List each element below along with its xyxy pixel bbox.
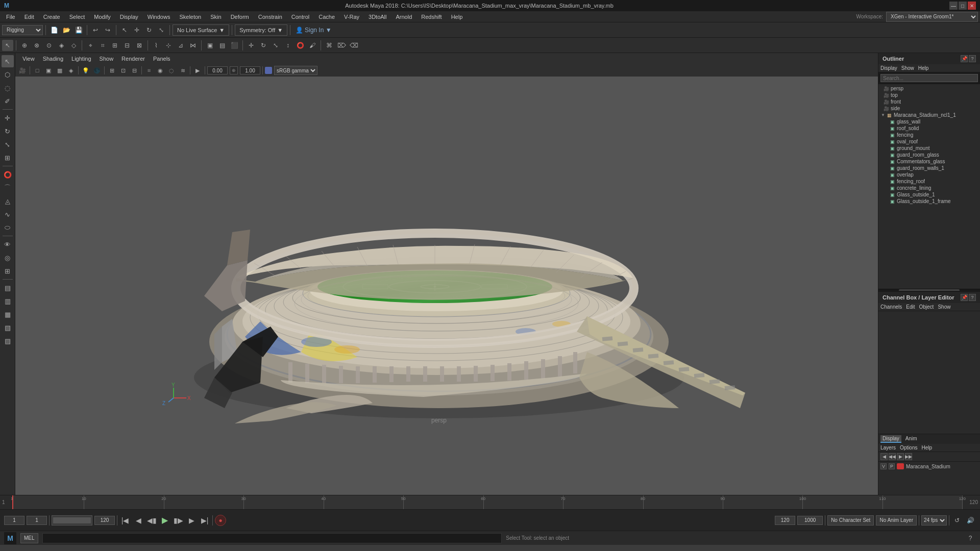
show-hide-btn[interactable]: 👁 [2,238,14,251]
vp-dof-btn[interactable]: ◌ [166,66,177,75]
vp-xray-btn[interactable]: ◈ [66,66,76,75]
sign-in-btn[interactable]: 👤 Sign In ▼ [293,24,334,36]
dl-menu-help[interactable]: Help [921,445,932,450]
layer-playback-btn[interactable]: P [889,463,895,469]
outliner-item-maracana-group[interactable]: ▼ ▦ Maracana_Stadium_ncl1_1 [878,112,980,118]
go-end-btn[interactable]: ▶| [199,515,210,526]
vp-menu-shading[interactable]: Shading [40,55,66,63]
outliner-item-side[interactable]: 🎥 side [878,105,980,112]
save-btn[interactable]: 💾 [73,24,84,36]
play-back-btn[interactable]: ◀▮ [146,515,157,526]
channel-box-pin-btn[interactable]: 📌 [961,294,968,301]
tb2-btn4[interactable]: ◈ [56,40,67,51]
tb2-btn3[interactable]: ⊙ [43,40,55,51]
outliner-item-glass-outside-1[interactable]: ▣ Glass_outside_1 [878,191,980,198]
sculpt-btn[interactable]: ✐ [2,95,14,107]
vp-ao-btn[interactable]: ◉ [155,66,165,75]
vp-light-btn[interactable]: 💡 [81,66,91,75]
select-tool-btn[interactable]: ↖ [2,40,13,51]
dl-prev-btn[interactable]: ◀ [880,453,888,460]
tb2-snap3[interactable]: ⊿ [175,40,186,51]
outliner-item-glass-outside-frame[interactable]: ▣ Glass_outside_1_frame [878,198,980,205]
total-frame-input[interactable] [797,516,823,525]
menu-skeleton[interactable]: Skeleton [175,13,205,21]
no-character-set-btn[interactable]: No Character Set [827,515,874,525]
tb2-render3[interactable]: ⬛ [229,40,240,51]
outliner-search-input[interactable] [880,74,978,82]
outliner-item-guard-room-glass[interactable]: ▣ guard_room_glass [878,152,980,158]
vp-menu-view[interactable]: View [19,55,38,63]
mel-btn[interactable]: MEL [20,533,38,543]
tb2-btn8[interactable]: ⊞ [109,40,120,51]
menu-create[interactable]: Create [39,13,64,21]
redo-btn[interactable]: ↪ [102,24,113,36]
play-fwd-btn[interactable]: ▮▶ [173,515,184,526]
vp-menu-panels[interactable]: Panels [150,55,174,63]
layer2-btn[interactable]: ▥ [2,295,14,307]
menu-file[interactable]: File [2,13,19,21]
new-scene-btn[interactable]: 📄 [48,24,60,36]
outliner-item-fencing-roof[interactable]: ▣ fencing_roof [878,178,980,185]
workspace-select[interactable]: XGen - Interactive Groom1* [886,12,978,22]
close-button[interactable]: ✕ [968,2,976,10]
tb2-rot[interactable]: ↻ [258,40,269,51]
cb-menu-show[interactable]: Show [938,304,950,310]
anim-range-bar[interactable] [52,515,92,525]
viewport[interactable]: View Shading Lighting Show Renderer Pane… [15,53,878,495]
lasso-btn[interactable]: ◌ [2,82,14,94]
range-end-input[interactable] [94,516,115,525]
tb2-deform2[interactable]: ⌦ [336,40,347,51]
tb2-btn6[interactable]: ⌖ [85,40,96,51]
tb2-deform3[interactable]: ⌫ [348,40,359,51]
vp-menu-show[interactable]: Show [96,55,117,63]
step-back-btn[interactable]: ◀ [133,515,144,526]
menu-select[interactable]: Select [65,13,89,21]
tb2-paint[interactable]: 🖌 [307,40,318,51]
symmetry-btn[interactable]: Symmetry: Off ▼ [235,24,287,36]
vp-hud-btn[interactable]: ⊟ [129,66,139,75]
cb-menu-object[interactable]: Object [919,304,934,310]
dl-tab-anim[interactable]: Anim [903,435,919,443]
outliner-item-guard-room-walls[interactable]: ▣ guard_room_walls_1 [878,165,980,171]
no-live-surface-btn[interactable]: No Live Surface ▼ [173,24,229,36]
vp-shade-btn[interactable]: ▣ [43,66,54,75]
step-fwd-btn[interactable]: ▶ [186,515,197,526]
open-btn[interactable]: 📂 [61,24,72,36]
outliner-item-front[interactable]: 🎥 front [878,98,980,105]
dl-tab-display[interactable]: Display [880,435,901,443]
fps-select[interactable]: 24 fps [921,515,947,525]
tb2-scl[interactable]: ⤡ [270,40,281,51]
play-forward-btn[interactable]: ▶ [159,515,170,526]
range-start-input[interactable] [4,516,24,525]
vp-menu-renderer[interactable]: Renderer [118,55,148,63]
tb2-move[interactable]: ✛ [246,40,257,51]
squash-btn[interactable]: ⬭ [2,221,14,234]
outliner-item-concrete-lining[interactable]: ▣ concrete_lining [878,185,980,191]
dl-next-btn[interactable]: ▶ [897,453,904,460]
dl-rewind-btn[interactable]: ◀◀ [889,453,896,460]
isolate-btn[interactable]: ◎ [2,252,14,264]
tb2-btn7[interactable]: ⌗ [97,40,108,51]
menu-deform[interactable]: Deform [227,13,253,21]
transform-btn-left[interactable]: ⊞ [2,152,14,164]
rotate-btn[interactable]: ↻ [143,24,155,36]
vp-grid-btn[interactable]: ⊞ [107,66,117,75]
outliner-item-glass-wall[interactable]: ▣ glass_wall [878,118,980,125]
menu-windows[interactable]: Windows [143,13,175,21]
menu-vray[interactable]: V-Ray [340,13,363,21]
bend-btn[interactable]: ⌒ [2,182,14,194]
command-line-input[interactable] [42,533,502,543]
tb2-deform1[interactable]: ⌘ [324,40,335,51]
flare-btn[interactable]: ◬ [2,195,14,207]
tb2-snap1[interactable]: ⌇ [151,40,162,51]
menu-cache[interactable]: Cache [314,13,339,21]
maximize-button[interactable]: □ [959,2,967,10]
layer3-btn[interactable]: ▦ [2,308,14,320]
stadium-3d-area[interactable]: X Y Z persp [15,77,878,495]
sound-btn[interactable]: 🔊 [965,515,976,526]
autokey-btn[interactable]: ● [215,515,226,526]
vp-cam-btn[interactable]: 🎥 [17,66,28,75]
tb2-btn2[interactable]: ⊗ [31,40,42,51]
menu-display[interactable]: Display [116,13,142,21]
layer-visibility-btn[interactable]: V [880,463,887,469]
